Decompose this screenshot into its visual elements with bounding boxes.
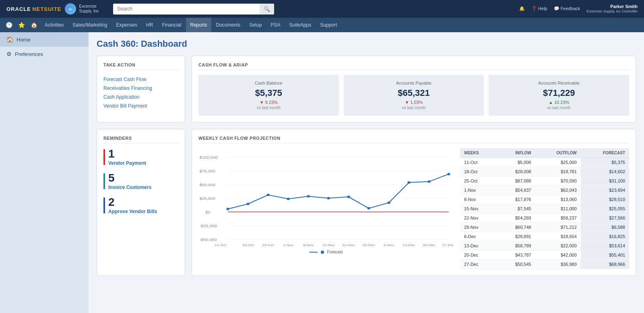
nav-psa[interactable]: PSA	[267, 18, 285, 32]
chart-legend: Forecast	[198, 250, 454, 254]
nav-documents[interactable]: Documents	[212, 18, 245, 32]
table-row: 15-Nov$7,545$11,000$25,055	[460, 204, 629, 214]
reminder-approve-vendor: 2 Approve Vendor Bills	[103, 197, 178, 214]
col-forecast: FORECAST	[581, 148, 629, 158]
logo-oracle: ORACLE NETSUITE	[6, 6, 62, 12]
svg-text:29-Nov: 29-Nov	[362, 243, 375, 247]
reminder-invoice-customers: 5 Invoice Customers	[103, 172, 178, 190]
week-cell: 22-Nov	[460, 214, 497, 223]
content-area: Cash 360: Dashboard TAKE ACTION Forecast…	[89, 32, 644, 313]
inflow-cell: $28,008	[497, 167, 535, 176]
nav-suiteapps[interactable]: SuiteApps	[285, 18, 316, 32]
svg-point-23	[407, 181, 410, 184]
search-input[interactable]	[113, 4, 260, 14]
nav-activities[interactable]: Activities	[41, 18, 68, 32]
table-row: 1-Nov$54,637$62,043$23,694	[460, 186, 629, 195]
logo-area: ORACLE NETSUITE ∞ Excercise Supply, Inc	[6, 3, 99, 15]
outflow-cell: $18,654	[535, 232, 581, 241]
action-cash-application[interactable]: Cash Application	[103, 93, 178, 102]
legend-dot-icon	[321, 251, 324, 254]
cash-balance-label: Cash Balance	[205, 81, 332, 85]
ar-vs: vs last month	[495, 106, 623, 110]
outflow-cell: $42,000	[535, 251, 581, 260]
inflow-cell: $5,000	[497, 158, 535, 167]
outflow-cell: $62,043	[535, 186, 581, 195]
inflow-cell: $58,789	[497, 241, 535, 251]
week-cell: 11-Oct	[460, 158, 497, 167]
sidebar-preferences-label: Preferences	[15, 51, 43, 57]
nav-sales[interactable]: Sales/Marketing	[68, 18, 111, 32]
table-row: 6-Dec$28,891$18,654$16,825	[460, 232, 629, 241]
logo-icon: ∞	[65, 3, 76, 15]
outflow-cell: $58,237	[535, 214, 581, 223]
search-button[interactable]: 🔍	[260, 4, 274, 15]
week-cell: 1-Nov	[460, 186, 497, 195]
user-company: Excercise Supply, Inc Controller	[586, 9, 638, 14]
nav-financial[interactable]: Financial	[158, 18, 185, 32]
nav-support[interactable]: Support	[316, 18, 341, 32]
ap-change: ▼ 1.03%	[350, 100, 478, 105]
svg-point-22	[387, 201, 390, 204]
table-row: 25-Oct$87,088$70,590$31,100	[460, 176, 629, 186]
svg-text:25-Oct: 25-Oct	[262, 243, 275, 247]
notifications-icon[interactable]: 🔔	[519, 6, 525, 11]
preferences-sidebar-icon: ⚙	[6, 51, 12, 57]
nav-reports[interactable]: Reports	[186, 18, 211, 32]
table-row: 27-Dec$50,545$36,980$68,966	[460, 260, 629, 269]
table-row: 29-Nov$60,748$71,212$6,588	[460, 223, 629, 232]
nav-setup[interactable]: Setup	[245, 18, 266, 32]
svg-text:$25,000: $25,000	[199, 197, 215, 201]
ap-vs: vs last month	[350, 106, 478, 110]
main-layout: 🏠 Home ⚙ Preferences Cash 360: Dashboard…	[0, 32, 644, 313]
feedback-link[interactable]: 💬 Feedback	[554, 6, 580, 11]
svg-point-17	[287, 198, 289, 200]
forecast-cell: $16,825	[581, 232, 629, 241]
search-bar[interactable]: 🔍	[113, 4, 274, 15]
user-info[interactable]: Parker Smith Excercise Supply, Inc Contr…	[586, 4, 638, 14]
inflow-cell: $60,748	[497, 223, 535, 232]
svg-point-14	[226, 208, 229, 210]
reminders-title: REMINDERS	[103, 136, 178, 143]
top-header: ORACLE NETSUITE ∞ Excercise Supply, Inc …	[0, 0, 644, 18]
inflow-cell: $7,545	[497, 204, 535, 214]
sidebar-item-home[interactable]: 🏠 Home	[0, 32, 89, 47]
svg-text:6-Dec: 6-Dec	[384, 243, 394, 247]
home-icon[interactable]: 🏠	[28, 22, 40, 28]
nav-expenses[interactable]: Expenses	[112, 18, 141, 32]
nav-bar: 🕐 ⭐ 🏠 Activities Sales/Marketing Expense…	[0, 18, 644, 32]
help-link[interactable]: ❓ Help	[531, 6, 547, 11]
outflow-cell: $22,000	[535, 241, 581, 251]
forecast-cell: $55,401	[581, 251, 629, 260]
cash-balance-value: $5,375	[205, 88, 332, 98]
legend-forecast-label: Forecast	[327, 250, 343, 254]
projection-card: WEEKLY CASH FLOW PROJECTION $100,000 $75…	[192, 129, 636, 276]
table-row: 18-Oct$28,008$18,781$14,602	[460, 167, 629, 176]
nav-hr[interactable]: HR	[142, 18, 157, 32]
reminder-approve-vendor-label[interactable]: Approve Vendor Bills	[108, 209, 157, 214]
week-cell: 25-Oct	[460, 176, 497, 186]
inflow-cell: $17,876	[497, 195, 535, 204]
svg-text:-$25,000: -$25,000	[199, 224, 217, 228]
reminder-vendor-payment-label[interactable]: Vendor Payment	[108, 160, 146, 166]
action-forecast-cash-flow[interactable]: Forecast Cash Flow	[103, 75, 178, 84]
svg-point-15	[246, 203, 249, 205]
svg-text:$50,000: $50,000	[199, 183, 215, 187]
svg-text:-$50,000: -$50,000	[199, 238, 217, 242]
ap-label: Accounts Payable	[350, 81, 478, 85]
bottom-row: REMINDERS 1 Vendor Payment 5 Invoice Cus…	[97, 129, 636, 276]
star-icon[interactable]: ⭐	[16, 22, 27, 28]
sidebar-item-preferences[interactable]: ⚙ Preferences	[0, 47, 89, 61]
forecast-cell: $14,602	[581, 167, 629, 176]
forecast-cell: $23,694	[581, 186, 629, 195]
svg-point-16	[266, 194, 269, 196]
table-row: 13-Dec$58,789$22,000$53,614	[460, 241, 629, 251]
clock-icon[interactable]: 🕐	[3, 22, 15, 28]
take-action-title: TAKE ACTION	[103, 62, 178, 70]
top-cards-row: TAKE ACTION Forecast Cash Flow Receivabl…	[97, 56, 636, 122]
action-receivables-financing[interactable]: Receivables Financing	[103, 84, 178, 93]
inflow-cell: $28,891	[497, 232, 535, 241]
forecast-cell: $28,510	[581, 195, 629, 204]
svg-text:11-Oct: 11-Oct	[215, 243, 227, 247]
action-vendor-bill-payment[interactable]: Vendor Bill Payment	[103, 102, 178, 110]
reminder-invoice-customers-label[interactable]: Invoice Customers	[108, 184, 151, 190]
